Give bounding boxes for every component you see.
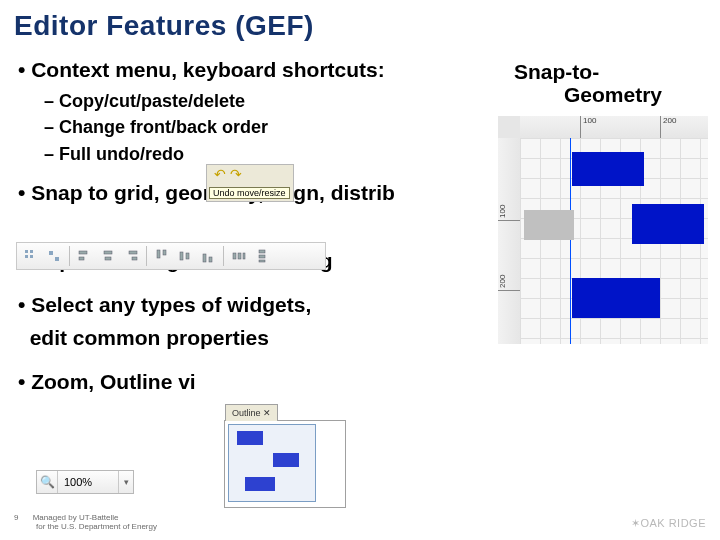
svg-rect-11 <box>132 257 137 260</box>
toolbar-separator <box>69 246 70 266</box>
svg-rect-10 <box>129 251 137 254</box>
blue-rect <box>572 152 644 186</box>
svg-rect-5 <box>55 257 59 261</box>
svg-rect-15 <box>186 253 189 259</box>
vertical-ruler: 100 200 300 <box>498 138 521 344</box>
svg-rect-20 <box>243 253 245 259</box>
undo-icon: ↶ <box>213 167 227 181</box>
align-middle-icon <box>175 246 195 266</box>
ruler-tick: 200 <box>498 248 520 291</box>
svg-rect-18 <box>233 253 236 259</box>
footer-line2: for the U.S. Department of Energy <box>36 522 157 531</box>
zoom-control-screenshot: 🔍 100% ▾ <box>36 470 134 494</box>
svg-rect-13 <box>163 250 166 255</box>
ruler-tick: 100 <box>498 178 520 221</box>
align-distribute-toolbar <box>16 242 326 270</box>
svg-rect-23 <box>259 260 265 262</box>
distribute-v-icon <box>252 246 272 266</box>
align-top-icon <box>152 246 172 266</box>
ornl-logo: ✶OAK RIDGE <box>631 517 706 530</box>
chevron-down-icon: ▾ <box>118 471 133 493</box>
page-number: 9 <box>14 513 18 523</box>
ruler-tick: 200 <box>660 116 703 138</box>
snap-geometry-icon <box>44 246 64 266</box>
svg-rect-1 <box>30 250 33 253</box>
svg-rect-19 <box>238 253 241 259</box>
svg-rect-16 <box>203 254 206 262</box>
blue-rect <box>572 278 660 318</box>
outline-viewport <box>228 424 316 502</box>
svg-rect-2 <box>25 255 28 258</box>
outline-view-screenshot: Outline ✕ <box>224 420 346 508</box>
svg-rect-3 <box>30 255 33 258</box>
align-left-icon <box>75 246 95 266</box>
canvas-area <box>520 138 708 344</box>
blue-rect <box>632 204 704 244</box>
ruler-tick: 300 <box>498 318 520 344</box>
svg-rect-8 <box>104 251 112 254</box>
svg-rect-22 <box>259 255 265 258</box>
zoom-value: 100% <box>58 476 118 488</box>
svg-rect-9 <box>105 257 111 260</box>
svg-rect-21 <box>259 250 265 253</box>
svg-rect-12 <box>157 250 160 258</box>
toolbar-separator <box>146 246 147 266</box>
ghost-rect <box>524 210 574 240</box>
align-center-icon <box>98 246 118 266</box>
snap-grid-icon <box>21 246 41 266</box>
align-bottom-icon <box>198 246 218 266</box>
svg-rect-14 <box>180 252 183 260</box>
align-right-icon <box>121 246 141 266</box>
horizontal-ruler: 100 200 <box>520 116 708 139</box>
svg-rect-6 <box>79 251 87 254</box>
slide-footer: 9 Managed by UT-Battelle for the U.S. De… <box>14 513 157 532</box>
footer-line1: Managed by UT-Battelle <box>33 513 119 522</box>
editor-canvas-screenshot: 100 200 100 200 300 <box>498 116 708 344</box>
ruler-tick: 100 <box>580 116 623 138</box>
undo-tooltip: Undo move/resize <box>209 187 290 199</box>
outline-tab: Outline ✕ <box>225 404 278 421</box>
bullet-zoom: • Zoom, Outline vi <box>18 368 708 396</box>
undo-redo-screenshot: ↶ ↷ Undo move/resize <box>206 164 294 202</box>
svg-rect-17 <box>209 257 212 262</box>
toolbar-separator <box>223 246 224 266</box>
redo-icon: ↷ <box>229 167 243 181</box>
distribute-h-icon <box>229 246 249 266</box>
sub-bullet-copy: – Copy/cut/paste/delete <box>44 88 708 114</box>
snap-guide-vertical <box>570 138 571 344</box>
svg-rect-7 <box>79 257 84 260</box>
magnifier-icon: 🔍 <box>37 471 58 493</box>
bullet-context-menu: • Context menu, keyboard shortcuts: <box>18 56 708 84</box>
svg-rect-0 <box>25 250 28 253</box>
slide-title: Editor Features (GEF) <box>14 10 314 42</box>
svg-rect-4 <box>49 251 53 255</box>
